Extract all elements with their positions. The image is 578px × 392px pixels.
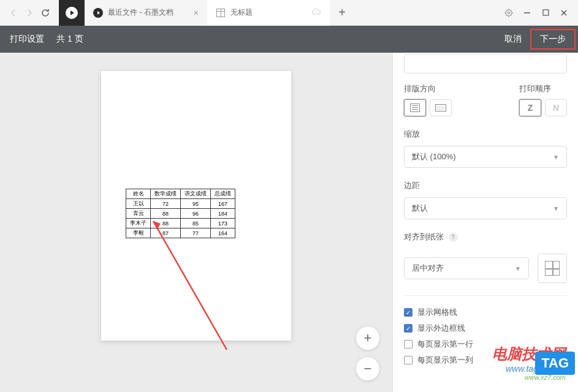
table-cell: 164 [211,228,235,238]
table-cell: 88 [151,209,181,219]
checkbox-show-grid[interactable]: ✓ 显示网格线 [404,304,567,320]
close-icon[interactable]: × [194,8,199,18]
cloud-sync-icon [310,8,321,17]
svg-point-1 [508,12,510,14]
zoom-out-button[interactable]: − [356,356,380,381]
preview-area: 姓名数学成绩语文成绩总成绩 王以7295167青云8896184李木子88851… [0,53,392,392]
table-cell: 184 [211,209,235,219]
order-z-button[interactable]: Z [519,99,541,116]
print-order-label: 打印顺序 [519,83,567,94]
table-header-cell: 姓名 [126,189,151,199]
zoom-controls: + − [356,326,380,381]
table-cell: 李毅 [126,228,151,238]
chevron-down-icon: ▼ [515,265,521,272]
main-area: 姓名数学成绩语文成绩总成绩 王以7295167青云8896184李木子88851… [0,53,578,392]
checkbox-show-border[interactable]: ✓ 显示外边框线 [404,320,567,336]
table-cell: 88 [151,219,181,228]
table-row: 李毅8777164 [126,228,235,238]
checkbox-label: 显示外边框线 [417,323,465,334]
reload-button[interactable] [38,6,53,20]
zoom-value: 默认 (100%) [412,151,456,162]
layout-portrait-button[interactable] [404,99,426,116]
browser-bar: 最近文件 - 石墨文档 × 无标题 + [0,0,578,26]
minimize-button[interactable] [519,5,535,21]
chevron-down-icon: ▼ [553,154,559,160]
table-cell: 王以 [126,199,151,209]
table-cell: 87 [151,228,181,238]
table-row: 王以7295167 [126,199,235,209]
table-cell: 72 [151,199,181,209]
checkbox-icon [404,340,413,349]
margin-label: 边距 [404,180,567,191]
svg-point-0 [506,10,512,16]
table-row: 青云8896184 [126,209,235,219]
window-controls [495,5,578,21]
maximize-button[interactable] [538,5,553,21]
table-cell: 77 [181,228,211,238]
checkbox-icon: ✓ [404,324,413,333]
table-cell: 173 [211,219,235,228]
page-count: 共 1 页 [56,34,83,45]
checkbox-label: 每页显示第一列 [417,355,473,366]
tab-untitled[interactable]: 无标题 [207,0,330,26]
divider [404,295,567,296]
checkbox-icon: ✓ [404,308,413,317]
cancel-button[interactable]: 取消 [496,29,530,50]
tab-label: 最近文件 - 石墨文档 [108,7,173,18]
table-cell: 96 [181,209,211,219]
tag-badge: TAG [535,352,575,375]
print-header-bar: 打印设置 共 1 页 取消 下一步 [0,26,578,53]
table-header-cell: 语文成绩 [181,189,211,199]
top-input-placeholder[interactable] [404,54,567,74]
next-button[interactable]: 下一步 [530,29,576,50]
table-cell: 青云 [126,209,151,219]
page-title: 打印设置 [10,34,44,45]
data-table: 姓名数学成绩语文成绩总成绩 王以7295167青云8896184李木子88851… [126,189,235,238]
tab-recent-files[interactable]: 最近文件 - 石墨文档 × [85,0,207,26]
table-cell: 95 [181,199,211,209]
table-cell: 李木子 [126,219,151,228]
help-icon[interactable]: ? [449,233,458,242]
settings-panel: 排版方向 打印顺序 Z N 缩放 默认 (100%) ▼ [392,53,578,392]
app-icon-tab[interactable] [59,0,85,26]
sheet-icon [216,8,226,18]
tab-strip: 最近文件 - 石墨文档 × 无标题 + [85,0,495,26]
table-cell: 85 [181,219,211,228]
align-value: 居中对齐 [412,263,444,274]
forward-button[interactable] [22,6,37,20]
margin-dropdown[interactable]: 默认 ▼ [404,197,567,219]
tab-label: 无标题 [230,7,253,18]
grid-icon [545,261,560,276]
z-order-icon: Z [528,103,533,113]
align-label: 对齐到纸张 ? [404,232,567,243]
settings-gear-icon[interactable] [501,5,517,21]
checkbox-each-page-1[interactable]: 每页显示第一行 [404,336,567,352]
chevron-down-icon: ▼ [553,205,559,212]
layout-landscape-button[interactable] [430,99,452,116]
table-cell: 167 [211,199,235,209]
new-tab-button[interactable]: + [330,0,354,26]
table-row: 李木子8885173 [126,219,235,228]
checkbox-label: 显示网格线 [417,307,457,318]
nav-controls [0,6,59,20]
table-header-cell: 总成绩 [211,189,235,199]
zoom-label: 缩放 [404,129,567,140]
zoom-in-button[interactable]: + [356,326,380,350]
checkbox-icon [404,356,413,364]
layout-direction-label: 排版方向 [404,83,452,94]
play-icon [66,7,78,19]
zoom-dropdown[interactable]: 默认 (100%) ▼ [404,146,567,168]
align-dropdown[interactable]: 居中对齐 ▼ [404,257,529,279]
back-button[interactable] [6,6,21,20]
checkbox-label: 每页显示第一行 [417,339,473,350]
page-preview: 姓名数学成绩语文成绩总成绩 王以7295167青云8896184李木子88851… [101,71,291,341]
margin-value: 默认 [412,203,428,214]
svg-rect-3 [543,10,549,15]
order-n-button[interactable]: N [545,99,567,116]
shimo-icon [93,8,103,18]
close-window-button[interactable] [556,5,572,21]
n-order-icon: N [553,103,559,113]
table-header-cell: 数学成绩 [151,189,181,199]
alignment-preview[interactable] [538,254,567,283]
